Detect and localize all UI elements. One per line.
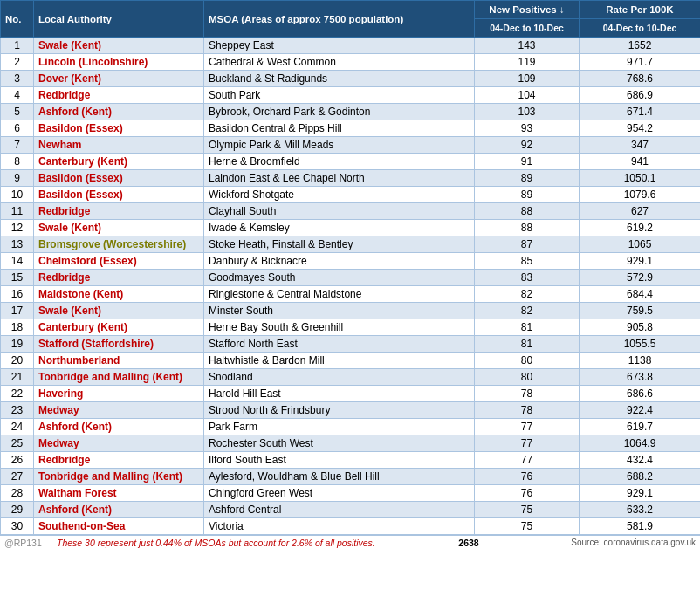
col-header-msoa: MSOA (Areas of approx 7500 population) — [204, 1, 475, 38]
cell-no: 16 — [1, 286, 34, 303]
cell-la: Redbridge — [34, 452, 204, 469]
cell-la: Redbridge — [34, 87, 204, 104]
cell-np: 80 — [475, 353, 580, 369]
cell-la: Havering — [34, 386, 204, 402]
cell-la: Swale (Kent) — [34, 38, 204, 54]
cell-rate: 572.9 — [580, 270, 701, 286]
cell-np: 104 — [475, 87, 580, 104]
cell-la: Basildon (Essex) — [34, 187, 204, 203]
cell-la: Swale (Kent) — [34, 220, 204, 236]
cell-no: 25 — [1, 435, 34, 452]
cell-np: 83 — [475, 270, 580, 286]
cell-rate: 1064.9 — [580, 435, 701, 452]
cell-la: Medway — [34, 402, 204, 419]
cell-rate: 688.2 — [580, 469, 701, 485]
cell-rate: 347 — [580, 137, 701, 154]
cell-rate: 684.4 — [580, 286, 701, 303]
cell-rate: 686.6 — [580, 386, 701, 402]
cell-no: 11 — [1, 203, 34, 220]
table-row: 29Ashford (Kent)Ashford Central75633.2 — [1, 502, 701, 518]
cell-no: 19 — [1, 336, 34, 353]
cell-np: 109 — [475, 71, 580, 87]
cell-msoa: South Park — [204, 87, 475, 104]
col-header-rate-main: Rate Per 100K — [580, 1, 701, 19]
cell-no: 29 — [1, 502, 34, 518]
cell-rate: 619.7 — [580, 419, 701, 435]
cell-no: 12 — [1, 220, 34, 236]
table-row: 19Stafford (Staffordshire)Stafford North… — [1, 336, 701, 353]
cell-np: 78 — [475, 402, 580, 419]
cell-rate: 581.9 — [580, 518, 701, 535]
cell-np: 89 — [475, 170, 580, 187]
cell-np: 91 — [475, 154, 580, 170]
cell-rate: 619.2 — [580, 220, 701, 236]
cell-rate: 1055.5 — [580, 336, 701, 353]
cell-msoa: Wickford Shotgate — [204, 187, 475, 203]
cell-rate: 1065 — [580, 236, 701, 253]
cell-rate: 671.4 — [580, 104, 701, 120]
cell-msoa: Herne Bay South & Greenhill — [204, 319, 475, 336]
cell-no: 13 — [1, 236, 34, 253]
footer-bar: @RP131 These 30 represent just 0.44% of … — [0, 535, 700, 550]
table-row: 11RedbridgeClayhall South88627 — [1, 203, 701, 220]
cell-la: Redbridge — [34, 270, 204, 286]
cell-la: Ashford (Kent) — [34, 502, 204, 518]
cell-msoa: Stafford North East — [204, 336, 475, 353]
cell-np: 88 — [475, 203, 580, 220]
cell-np: 76 — [475, 485, 580, 502]
cell-msoa: Snodland — [204, 369, 475, 386]
cell-msoa: Ilford South East — [204, 452, 475, 469]
cell-la: Waltham Forest — [34, 485, 204, 502]
table-row: 5Ashford (Kent)Bybrook, Orchard Park & G… — [1, 104, 701, 120]
cell-no: 26 — [1, 452, 34, 469]
cell-rate: 971.7 — [580, 54, 701, 71]
cell-no: 6 — [1, 120, 34, 137]
cell-np: 75 — [475, 518, 580, 535]
table-row: 6Basildon (Essex)Basildon Central & Pipp… — [1, 120, 701, 137]
cell-no: 8 — [1, 154, 34, 170]
cell-np: 81 — [475, 336, 580, 353]
cell-rate: 432.4 — [580, 452, 701, 469]
cell-la: Northumberland — [34, 353, 204, 369]
cell-la: Maidstone (Kent) — [34, 286, 204, 303]
cell-msoa: Iwade & Kemsley — [204, 220, 475, 236]
cell-np: 143 — [475, 38, 580, 54]
footer-rp: @RP131 — [4, 538, 57, 548]
cell-np: 92 — [475, 137, 580, 154]
cell-no: 21 — [1, 369, 34, 386]
table-row: 3Dover (Kent)Buckland & St Radigunds1097… — [1, 71, 701, 87]
cell-msoa: Ringlestone & Central Maidstone — [204, 286, 475, 303]
cell-no: 18 — [1, 319, 34, 336]
col-header-rate-sub: 04-Dec to 10-Dec — [580, 19, 701, 38]
cell-rate: 1079.6 — [580, 187, 701, 203]
cell-msoa: Herne & Broomfield — [204, 154, 475, 170]
cell-no: 28 — [1, 485, 34, 502]
table-row: 22HaveringHarold Hill East78686.6 — [1, 386, 701, 402]
cell-msoa: Sheppey East — [204, 38, 475, 54]
table-row: 16Maidstone (Kent)Ringlestone & Central … — [1, 286, 701, 303]
cell-la: Dover (Kent) — [34, 71, 204, 87]
cell-no: 30 — [1, 518, 34, 535]
table-row: 8Canterbury (Kent)Herne & Broomfield9194… — [1, 154, 701, 170]
cell-msoa: Haltwhistle & Bardon Mill — [204, 353, 475, 369]
cell-np: 82 — [475, 303, 580, 319]
cell-np: 80 — [475, 369, 580, 386]
table-row: 27Tonbridge and Malling (Kent)Aylesford,… — [1, 469, 701, 485]
cell-la: Basildon (Essex) — [34, 170, 204, 187]
cell-msoa: Victoria — [204, 518, 475, 535]
cell-np: 119 — [475, 54, 580, 71]
table-row: 7NewhamOlympic Park & Mill Meads92347 — [1, 137, 701, 154]
cell-msoa: Aylesford, Wouldham & Blue Bell Hill — [204, 469, 475, 485]
cell-no: 27 — [1, 469, 34, 485]
cell-msoa: Goodmayes South — [204, 270, 475, 286]
cell-la: Canterbury (Kent) — [34, 319, 204, 336]
cell-msoa: Harold Hill East — [204, 386, 475, 402]
footer-note: These 30 represent just 0.44% of MSOAs b… — [57, 538, 416, 548]
cell-msoa: Minster South — [204, 303, 475, 319]
table-row: 14Chelmsford (Essex)Danbury & Bicknacre8… — [1, 253, 701, 270]
cell-rate: 627 — [580, 203, 701, 220]
cell-rate: 954.2 — [580, 120, 701, 137]
cell-rate: 686.9 — [580, 87, 701, 104]
cell-no: 14 — [1, 253, 34, 270]
cell-no: 7 — [1, 137, 34, 154]
